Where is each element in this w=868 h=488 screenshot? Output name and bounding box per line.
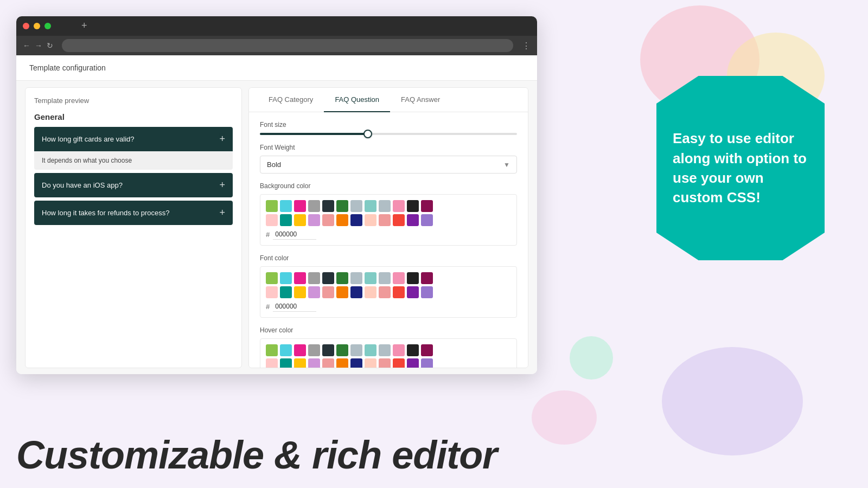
tab-faq-answer[interactable]: FAQ Answer <box>390 88 451 112</box>
tab-faq-category[interactable]: FAQ Category <box>258 88 324 112</box>
color-swatch[interactable] <box>336 200 348 212</box>
color-swatch[interactable] <box>294 200 306 212</box>
color-swatch[interactable] <box>365 272 376 284</box>
color-swatch[interactable] <box>294 358 306 368</box>
color-swatch[interactable] <box>322 358 334 368</box>
color-swatch[interactable] <box>308 272 320 284</box>
color-swatch[interactable] <box>407 200 419 212</box>
color-swatch[interactable] <box>294 214 306 226</box>
faq-item-1[interactable]: Do you have an iOS app? + <box>34 173 233 197</box>
color-swatch[interactable] <box>407 272 419 284</box>
faq-item-2[interactable]: How long it takes for refunds to process… <box>34 201 233 225</box>
reload-button[interactable]: ↻ <box>47 41 53 50</box>
color-swatch[interactable] <box>308 344 320 356</box>
tabs-bar: FAQ Category FAQ Question FAQ Answer <box>249 88 528 112</box>
color-swatch[interactable] <box>322 272 334 284</box>
traffic-light-minimize[interactable] <box>34 23 40 29</box>
color-swatch[interactable] <box>421 272 433 284</box>
color-swatch[interactable] <box>336 358 348 368</box>
color-swatch[interactable] <box>421 200 433 212</box>
color-swatch[interactable] <box>266 286 278 298</box>
address-bar[interactable] <box>62 39 513 52</box>
color-swatch[interactable] <box>379 286 391 298</box>
color-swatch[interactable] <box>421 358 433 368</box>
color-swatch[interactable] <box>280 214 292 226</box>
font-color-hash: # <box>266 303 270 311</box>
color-swatch[interactable] <box>280 286 292 298</box>
color-swatch[interactable] <box>322 286 334 298</box>
color-swatch[interactable] <box>350 344 362 356</box>
color-swatch[interactable] <box>365 344 376 356</box>
font-weight-select[interactable]: Bold ▼ <box>260 156 517 174</box>
color-swatch[interactable] <box>393 358 405 368</box>
color-swatch[interactable] <box>350 214 362 226</box>
faq-toggle-0[interactable]: + <box>219 133 225 145</box>
color-swatch[interactable] <box>308 358 320 368</box>
page-title: Template configuration <box>29 63 106 72</box>
color-swatch[interactable] <box>266 358 278 368</box>
font-color-hex-input[interactable] <box>273 301 316 312</box>
color-swatch[interactable] <box>379 272 391 284</box>
color-swatch[interactable] <box>379 200 391 212</box>
color-swatch[interactable] <box>421 214 433 226</box>
color-swatch[interactable] <box>294 344 306 356</box>
color-swatch[interactable] <box>365 358 376 368</box>
color-swatch[interactable] <box>379 214 391 226</box>
color-swatch[interactable] <box>322 214 334 226</box>
bg-decoration-green <box>570 336 613 380</box>
color-swatch[interactable] <box>266 344 278 356</box>
color-swatch[interactable] <box>393 214 405 226</box>
color-swatch[interactable] <box>350 286 362 298</box>
color-swatch[interactable] <box>294 286 306 298</box>
color-swatch[interactable] <box>336 214 348 226</box>
color-swatch[interactable] <box>407 358 419 368</box>
color-swatch[interactable] <box>393 272 405 284</box>
color-swatch[interactable] <box>322 200 334 212</box>
color-swatch[interactable] <box>308 214 320 226</box>
traffic-light-maximize[interactable] <box>44 23 51 29</box>
color-swatch[interactable] <box>407 214 419 226</box>
color-swatch[interactable] <box>365 200 376 212</box>
color-swatch[interactable] <box>308 200 320 212</box>
color-swatch[interactable] <box>379 358 391 368</box>
color-swatch[interactable] <box>280 200 292 212</box>
color-swatch[interactable] <box>365 286 376 298</box>
color-swatch[interactable] <box>322 344 334 356</box>
browser-nav-bar: ← → ↻ ⋮ <box>16 36 537 55</box>
color-swatch[interactable] <box>266 200 278 212</box>
color-swatch[interactable] <box>336 272 348 284</box>
color-swatch[interactable] <box>393 200 405 212</box>
color-swatch[interactable] <box>393 286 405 298</box>
browser-menu-button[interactable]: ⋮ <box>522 41 531 51</box>
faq-toggle-1[interactable]: + <box>219 179 225 191</box>
color-swatch[interactable] <box>308 286 320 298</box>
traffic-light-close[interactable] <box>23 23 29 29</box>
font-size-slider-track[interactable] <box>260 133 517 135</box>
color-swatch[interactable] <box>336 344 348 356</box>
color-swatch[interactable] <box>393 344 405 356</box>
color-swatch[interactable] <box>350 200 362 212</box>
color-swatch[interactable] <box>407 286 419 298</box>
color-swatch[interactable] <box>379 344 391 356</box>
color-swatch[interactable] <box>421 344 433 356</box>
color-swatch[interactable] <box>280 358 292 368</box>
forward-button[interactable]: → <box>35 41 42 50</box>
color-swatch[interactable] <box>280 272 292 284</box>
color-swatch[interactable] <box>350 358 362 368</box>
color-swatch[interactable] <box>336 286 348 298</box>
back-button[interactable]: ← <box>23 41 30 50</box>
color-swatch[interactable] <box>280 344 292 356</box>
color-swatch[interactable] <box>294 272 306 284</box>
new-tab-button[interactable]: + <box>81 21 87 30</box>
font-size-slider-thumb[interactable] <box>363 130 372 138</box>
faq-item-0[interactable]: How long gift cards are valid? + <box>34 127 233 151</box>
color-swatch[interactable] <box>421 286 433 298</box>
faq-toggle-2[interactable]: + <box>219 207 225 219</box>
color-swatch[interactable] <box>266 272 278 284</box>
bg-color-hex-input[interactable] <box>273 229 316 240</box>
color-swatch[interactable] <box>365 214 376 226</box>
color-swatch[interactable] <box>266 214 278 226</box>
color-swatch[interactable] <box>350 272 362 284</box>
color-swatch[interactable] <box>407 344 419 356</box>
tab-faq-question[interactable]: FAQ Question <box>324 88 390 112</box>
